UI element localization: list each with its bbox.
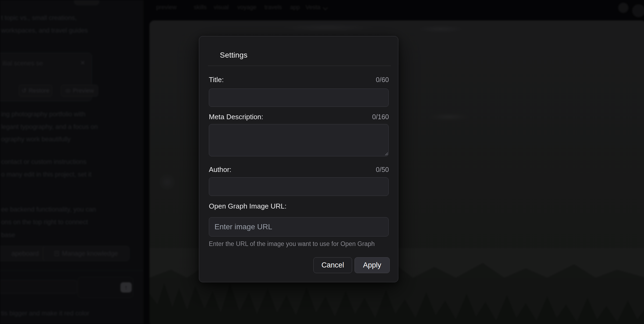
dialog-title: Settings (220, 51, 248, 59)
title-char-counter: 0/60 (376, 76, 389, 84)
app-screen: preview skills visual voyage travels app… (0, 0, 644, 324)
title-input[interactable] (209, 89, 389, 107)
cancel-button[interactable]: Cancel (313, 257, 352, 273)
dialog-divider (208, 66, 391, 66)
settings-dialog: Settings Title: 0/60 Meta Description: 0… (199, 36, 398, 282)
meta-description-char-counter: 0/160 (372, 113, 389, 121)
author-char-counter: 0/50 (376, 166, 389, 174)
og-image-url-helper-text: Enter the URL of the image you want to u… (209, 240, 391, 248)
og-image-url-input[interactable] (209, 217, 389, 237)
author-input[interactable] (209, 177, 389, 196)
resize-grip-icon[interactable] (384, 152, 388, 156)
meta-description-textarea[interactable] (209, 124, 389, 156)
title-label: Title: (209, 76, 224, 84)
apply-button[interactable]: Apply (355, 257, 390, 273)
author-label: Author: (209, 165, 231, 174)
og-image-url-label: Open Graph Image URL: (209, 202, 287, 210)
meta-description-label: Meta Description: (209, 113, 263, 121)
